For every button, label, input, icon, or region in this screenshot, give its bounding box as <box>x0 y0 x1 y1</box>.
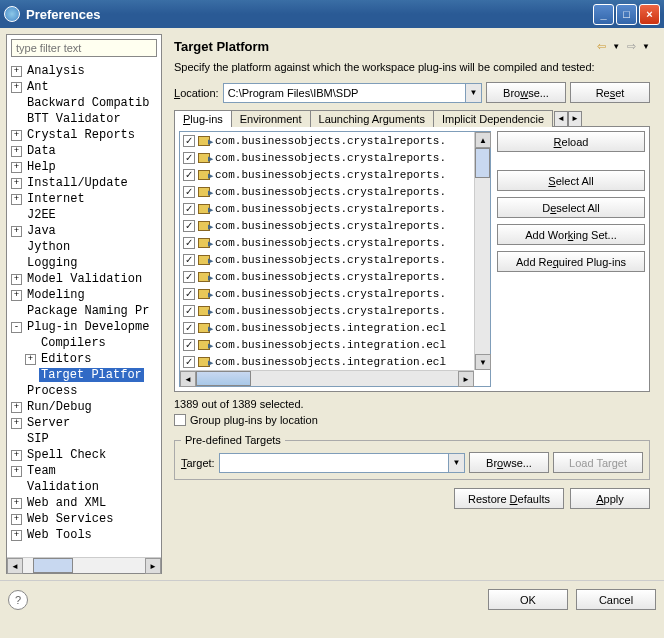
dropdown-icon[interactable]: ▼ <box>465 84 481 102</box>
group-by-location-checkbox[interactable] <box>174 414 186 426</box>
tree-item[interactable]: Target Platfor <box>11 367 157 383</box>
plugin-item[interactable]: com.businessobjects.crystalreports. <box>180 302 490 319</box>
expand-icon[interactable]: + <box>11 530 22 541</box>
plugin-checkbox[interactable] <box>183 339 195 351</box>
collapse-icon[interactable]: - <box>11 322 22 333</box>
tree-item[interactable]: +Crystal Reports <box>11 127 157 143</box>
plugin-item[interactable]: com.businessobjects.crystalreports. <box>180 132 490 149</box>
expand-icon[interactable]: + <box>11 82 22 93</box>
plugin-checkbox[interactable] <box>183 135 195 147</box>
tree-item[interactable]: +Java <box>11 223 157 239</box>
expand-icon[interactable]: + <box>11 66 22 77</box>
location-combo[interactable]: ▼ <box>223 83 482 103</box>
tab-scroll-left-icon[interactable]: ◄ <box>554 111 568 127</box>
scroll-left-icon[interactable]: ◄ <box>180 371 196 387</box>
scroll-thumb[interactable] <box>475 148 490 178</box>
reload-button[interactable]: Reload <box>497 131 645 152</box>
restore-defaults-button[interactable]: Restore Defaults <box>454 488 564 509</box>
load-target-button[interactable]: Load Target <box>553 452 643 473</box>
tree-item[interactable]: +Data <box>11 143 157 159</box>
plugin-checkbox[interactable] <box>183 254 195 266</box>
ok-button[interactable]: OK <box>488 589 568 610</box>
tree-item[interactable]: SIP <box>11 431 157 447</box>
plugin-checkbox[interactable] <box>183 186 195 198</box>
plugin-checkbox[interactable] <box>183 220 195 232</box>
plugin-checkbox[interactable] <box>183 305 195 317</box>
tab-plugins[interactable]: Plug-ins <box>174 110 232 127</box>
tree-item[interactable]: BTT Validator <box>11 111 157 127</box>
location-input[interactable] <box>224 84 465 102</box>
apply-button[interactable]: Apply <box>570 488 650 509</box>
plugin-hscrollbar[interactable]: ◄ ► <box>180 370 474 386</box>
tree-item[interactable]: -Plug-in Developme <box>11 319 157 335</box>
maximize-button[interactable]: □ <box>616 4 637 25</box>
expand-icon[interactable]: + <box>11 146 22 157</box>
tab-launching-arguments[interactable]: Launching Arguments <box>310 110 434 127</box>
plugin-list[interactable]: com.businessobjects.crystalreports.com.b… <box>179 131 491 387</box>
tree-item[interactable]: Jython <box>11 239 157 255</box>
plugin-item[interactable]: com.businessobjects.crystalreports. <box>180 285 490 302</box>
plugin-item[interactable]: com.businessobjects.integration.ecl <box>180 319 490 336</box>
expand-icon[interactable]: + <box>11 498 22 509</box>
scroll-left-icon[interactable]: ◄ <box>7 558 23 574</box>
plugin-item[interactable]: com.businessobjects.crystalreports. <box>180 234 490 251</box>
tree-item[interactable]: +Web Tools <box>11 527 157 543</box>
expand-icon[interactable]: + <box>11 450 22 461</box>
expand-icon[interactable]: + <box>11 466 22 477</box>
back-icon[interactable]: ⇦ <box>592 38 610 54</box>
target-browse-button[interactable]: Browse... <box>469 452 549 473</box>
expand-icon[interactable]: + <box>11 162 22 173</box>
scroll-up-icon[interactable]: ▲ <box>475 132 491 148</box>
plugin-item[interactable]: com.businessobjects.crystalreports. <box>180 183 490 200</box>
tree-item[interactable]: Logging <box>11 255 157 271</box>
tree-item[interactable]: Compilers <box>11 335 157 351</box>
add-required-button[interactable]: Add Required Plug-ins <box>497 251 645 272</box>
reset-button[interactable]: Reset <box>570 82 650 103</box>
scroll-right-icon[interactable]: ► <box>145 558 161 574</box>
tree-item[interactable]: +Web Services <box>11 511 157 527</box>
tree-item[interactable]: +Team <box>11 463 157 479</box>
dropdown-icon[interactable]: ▼ <box>612 42 620 51</box>
scroll-thumb[interactable] <box>196 371 251 386</box>
add-working-set-button[interactable]: Add Working Set... <box>497 224 645 245</box>
plugin-checkbox[interactable] <box>183 237 195 249</box>
tree-item[interactable]: +Install/Update <box>11 175 157 191</box>
browse-button[interactable]: Browse... <box>486 82 566 103</box>
filter-input[interactable] <box>11 39 157 57</box>
tree-hscrollbar[interactable]: ◄ ► <box>7 557 161 573</box>
tree-item[interactable]: Validation <box>11 479 157 495</box>
plugin-item[interactable]: com.businessobjects.crystalreports. <box>180 149 490 166</box>
expand-icon[interactable]: + <box>11 194 22 205</box>
tab-scroll-right-icon[interactable]: ► <box>568 111 582 127</box>
tree-item[interactable]: +Ant <box>11 79 157 95</box>
expand-icon[interactable]: + <box>11 418 22 429</box>
tree-item[interactable]: +Model Validation <box>11 271 157 287</box>
expand-icon[interactable]: + <box>25 354 36 365</box>
tab-implicit-dependencies[interactable]: Implicit Dependencie <box>433 110 553 127</box>
forward-icon[interactable]: ⇨ <box>622 38 640 54</box>
plugin-item[interactable]: com.businessobjects.crystalreports. <box>180 217 490 234</box>
tree-item[interactable]: +Run/Debug <box>11 399 157 415</box>
tree-item[interactable]: +Web and XML <box>11 495 157 511</box>
plugin-checkbox[interactable] <box>183 322 195 334</box>
tab-environment[interactable]: Environment <box>231 110 311 127</box>
target-input[interactable] <box>220 454 448 472</box>
plugin-checkbox[interactable] <box>183 356 195 368</box>
tree-item[interactable]: Process <box>11 383 157 399</box>
plugin-checkbox[interactable] <box>183 271 195 283</box>
expand-icon[interactable]: + <box>11 274 22 285</box>
plugin-item[interactable]: com.businessobjects.crystalreports. <box>180 251 490 268</box>
expand-icon[interactable]: + <box>11 178 22 189</box>
deselect-all-button[interactable]: Deselect All <box>497 197 645 218</box>
plugin-checkbox[interactable] <box>183 288 195 300</box>
plugin-vscrollbar[interactable]: ▲ ▼ <box>474 132 490 370</box>
plugin-item[interactable]: com.businessobjects.crystalreports. <box>180 268 490 285</box>
expand-icon[interactable]: + <box>11 130 22 141</box>
plugin-item[interactable]: com.businessobjects.integration.ecl <box>180 353 490 370</box>
expand-icon[interactable]: + <box>11 226 22 237</box>
category-tree[interactable]: +Analysis+AntBackward CompatibBTT Valida… <box>7 61 161 557</box>
target-combo[interactable]: ▼ <box>219 453 465 473</box>
tree-item[interactable]: Package Naming Pr <box>11 303 157 319</box>
tree-item[interactable]: +Server <box>11 415 157 431</box>
plugin-item[interactable]: com.businessobjects.crystalreports. <box>180 166 490 183</box>
